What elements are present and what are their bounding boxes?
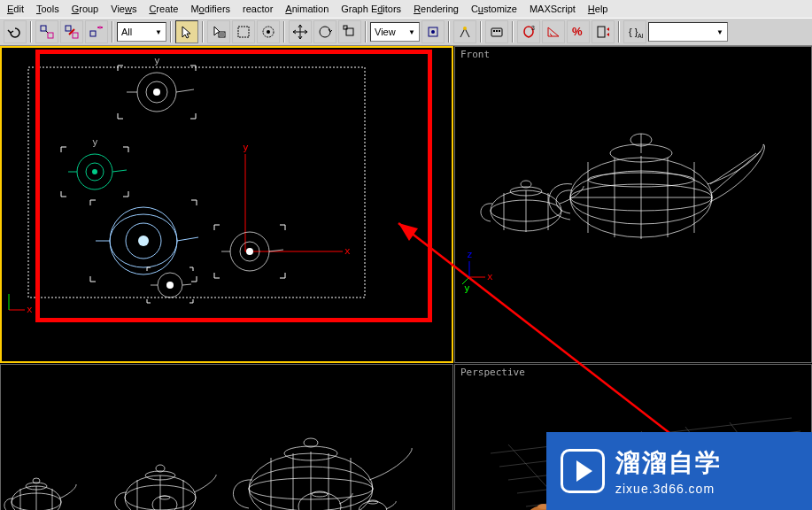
- undo-button[interactable]: [4, 20, 27, 43]
- svg-text:y: y: [92, 136, 98, 148]
- svg-line-73: [712, 151, 761, 193]
- named-selection-button[interactable]: { }ABC: [623, 20, 646, 43]
- svg-point-38: [153, 89, 160, 96]
- svg-point-18: [463, 27, 467, 30]
- watermark-url: zixue.3d66.com: [615, 482, 722, 496]
- scale-button[interactable]: [338, 20, 361, 43]
- bind-spacewarp-button[interactable]: [85, 20, 108, 43]
- svg-point-17: [431, 30, 435, 34]
- svg-rect-19: [491, 28, 502, 36]
- menu-views[interactable]: Views: [105, 2, 142, 16]
- menu-animation[interactable]: Animation: [280, 2, 334, 16]
- svg-point-113: [359, 501, 387, 510]
- select-region-rectangle-button[interactable]: [232, 20, 255, 43]
- angle-snap-button[interactable]: [542, 20, 565, 43]
- move-button[interactable]: [289, 20, 312, 43]
- menu-edit[interactable]: EEditdit: [2, 2, 29, 16]
- menu-rendering[interactable]: Rendering: [408, 2, 464, 16]
- window-crossing-button[interactable]: [257, 20, 280, 43]
- svg-rect-28: [28, 67, 365, 298]
- link-button[interactable]: [35, 20, 58, 43]
- snap-3d-button[interactable]: 3: [517, 20, 540, 43]
- svg-rect-22: [499, 30, 500, 32]
- svg-rect-21: [496, 30, 498, 32]
- menu-group[interactable]: Group: [66, 2, 104, 16]
- viewport-perspective-label: Perspective: [460, 367, 525, 378]
- svg-point-114: [367, 500, 378, 504]
- svg-rect-20: [493, 30, 495, 32]
- svg-rect-0: [41, 26, 46, 31]
- svg-text:x: x: [344, 245, 351, 257]
- menu-graph-editors[interactable]: Graph Editors: [336, 2, 406, 16]
- menu-reactor[interactable]: reactor: [237, 2, 278, 16]
- pivot-center-button[interactable]: [421, 20, 445, 43]
- svg-text:y: y: [154, 55, 160, 66]
- viewport-area: x x y y: [0, 46, 812, 510]
- svg-point-111: [298, 492, 341, 510]
- percent-snap-button[interactable]: %: [567, 20, 590, 43]
- menu-tools[interactable]: Tools: [31, 2, 65, 16]
- svg-rect-25: [598, 27, 605, 37]
- named-selection-dropdown[interactable]: ▼: [648, 22, 728, 42]
- svg-point-100: [159, 496, 170, 499]
- spinner-snap-button[interactable]: [592, 20, 615, 43]
- svg-line-2: [46, 31, 48, 33]
- svg-text:y: y: [243, 142, 249, 153]
- menu-maxscript[interactable]: MAXScript: [524, 2, 581, 16]
- svg-text:y: y: [464, 282, 470, 294]
- svg-point-99: [152, 496, 177, 510]
- viewport-left[interactable]: z y: [0, 364, 453, 510]
- viewport-front-label: Front: [460, 49, 490, 60]
- svg-text:z: z: [467, 249, 473, 260]
- menu-bar: EEditdit Tools Group Views Create Modifi…: [0, 0, 812, 18]
- select-object-button[interactable]: [175, 20, 198, 43]
- select-by-name-button[interactable]: [207, 20, 230, 43]
- svg-point-52: [166, 282, 174, 289]
- selection-filter-dropdown[interactable]: All▼: [117, 22, 166, 42]
- svg-point-105: [304, 438, 318, 447]
- svg-line-72: [710, 153, 756, 184]
- ref-coord-dropdown[interactable]: View▼: [370, 22, 420, 42]
- watermark-banner: 溜溜自学 zixue.3d66.com: [546, 432, 812, 510]
- menu-customize[interactable]: Customize: [466, 2, 522, 16]
- svg-rect-1: [48, 33, 53, 38]
- svg-text:3: 3: [531, 25, 535, 31]
- svg-rect-6: [90, 31, 96, 36]
- svg-rect-4: [73, 33, 78, 38]
- viewport-top[interactable]: x x y y: [0, 46, 453, 363]
- viewport-front[interactable]: Front x z y: [454, 46, 812, 363]
- svg-line-5: [69, 29, 74, 35]
- play-icon: [561, 449, 605, 493]
- menu-help[interactable]: Help: [583, 2, 614, 16]
- svg-text:x: x: [27, 304, 33, 315]
- svg-point-50: [246, 248, 253, 255]
- unlink-button[interactable]: [60, 20, 83, 43]
- svg-rect-10: [238, 27, 249, 37]
- svg-text:ABC: ABC: [638, 33, 643, 39]
- svg-rect-3: [66, 26, 71, 31]
- main-toolbar: All▼ View▼ 3 % { }ABC ▼: [0, 18, 812, 46]
- svg-point-12: [267, 30, 270, 34]
- svg-point-47: [138, 236, 149, 246]
- manipulate-button[interactable]: [453, 20, 476, 43]
- svg-text:x: x: [487, 271, 493, 282]
- svg-text:%: %: [572, 25, 583, 38]
- rotate-button[interactable]: [313, 20, 336, 43]
- svg-point-13: [320, 27, 330, 37]
- svg-point-42: [92, 169, 97, 174]
- watermark-title: 溜溜自学: [615, 446, 722, 480]
- menu-modifiers[interactable]: Modifiers: [185, 2, 236, 16]
- menu-create[interactable]: Create: [143, 2, 183, 16]
- keyboard-shortcut-button[interactable]: [485, 20, 508, 43]
- svg-rect-7: [219, 32, 225, 37]
